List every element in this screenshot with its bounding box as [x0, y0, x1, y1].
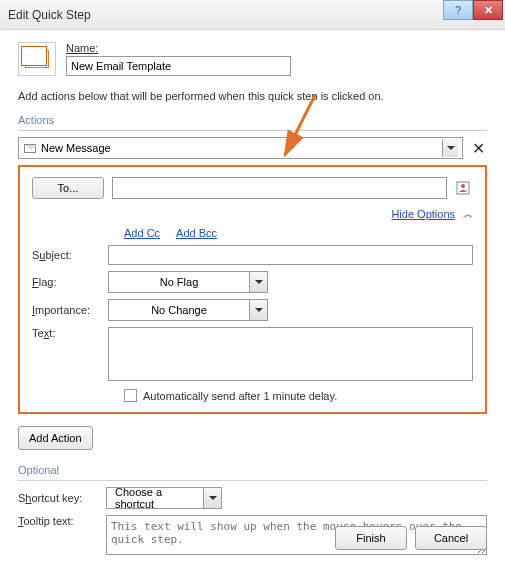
text-label: Text:: [32, 327, 108, 339]
chevron-down-icon[interactable]: [442, 139, 458, 157]
finish-button[interactable]: Finish: [335, 526, 407, 550]
svg-point-1: [461, 184, 465, 188]
name-input[interactable]: [66, 56, 291, 76]
add-bcc-link[interactable]: Add Bcc: [176, 227, 217, 239]
tooltip-label: Tooltip text:: [18, 515, 94, 527]
flag-value: No Flag: [109, 276, 249, 288]
help-button[interactable]: ?: [443, 0, 473, 20]
optional-section-label: Optional: [18, 464, 487, 476]
subject-input[interactable]: [108, 245, 473, 265]
chevron-down-icon[interactable]: [249, 300, 267, 320]
importance-label: Importance:: [32, 304, 108, 316]
actions-section-label: Actions: [18, 114, 487, 126]
cancel-button[interactable]: Cancel: [415, 526, 487, 550]
action-details-panel: To... Hide Options ︽ Add Cc Add Bcc Subj…: [18, 165, 487, 414]
action-select[interactable]: New Message: [18, 137, 463, 159]
window-title: Edit Quick Step: [8, 8, 91, 22]
shortcut-label: Shortcut key:: [18, 492, 94, 504]
close-button[interactable]: ✕: [473, 0, 503, 20]
text-input[interactable]: [108, 327, 473, 381]
name-label: Name:: [66, 42, 291, 54]
divider: [18, 480, 487, 481]
auto-send-label: Automatically send after 1 minute delay.: [143, 390, 337, 402]
chevron-up-icon[interactable]: ︽: [463, 207, 473, 221]
address-book-icon[interactable]: [455, 179, 473, 197]
flag-label: Flag:: [32, 276, 108, 288]
subject-label: Subject:: [32, 249, 108, 261]
action-select-value: New Message: [41, 142, 442, 154]
chevron-down-icon[interactable]: [203, 488, 221, 508]
chevron-down-icon[interactable]: [249, 272, 267, 292]
to-button[interactable]: To...: [32, 177, 104, 199]
flag-select[interactable]: No Flag: [108, 271, 268, 293]
importance-value: No Change: [109, 304, 249, 316]
shortcut-value: Choose a shortcut: [107, 486, 203, 510]
hide-options-link[interactable]: Hide Options: [391, 208, 455, 220]
to-input[interactable]: [112, 177, 447, 199]
divider: [18, 130, 487, 131]
quickstep-icon[interactable]: [18, 42, 56, 76]
instruction-text: Add actions below that will be performed…: [18, 90, 487, 102]
titlebar: Edit Quick Step ? ✕: [0, 0, 505, 30]
add-action-button[interactable]: Add Action: [18, 426, 93, 450]
add-cc-link[interactable]: Add Cc: [124, 227, 160, 239]
shortcut-select[interactable]: Choose a shortcut: [106, 487, 222, 509]
importance-select[interactable]: No Change: [108, 299, 268, 321]
mail-icon: [25, 50, 49, 68]
envelope-icon: [23, 141, 37, 155]
delete-action-button[interactable]: ✕: [469, 139, 487, 157]
auto-send-checkbox[interactable]: [124, 389, 137, 402]
